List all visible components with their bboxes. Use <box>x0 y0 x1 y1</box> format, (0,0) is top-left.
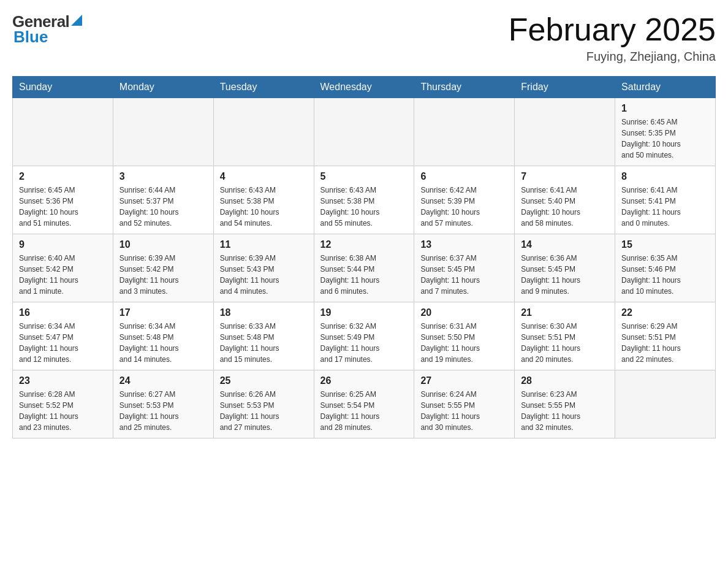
weekday-header-thursday: Thursday <box>414 77 515 98</box>
day-info: Sunrise: 6:32 AM Sunset: 5:49 PM Dayligh… <box>320 321 408 365</box>
day-info: Sunrise: 6:24 AM Sunset: 5:55 PM Dayligh… <box>420 389 508 433</box>
day-info: Sunrise: 6:38 AM Sunset: 5:44 PM Dayligh… <box>320 253 408 297</box>
weekday-header-sunday: Sunday <box>13 77 113 98</box>
calendar-cell: 19Sunrise: 6:32 AM Sunset: 5:49 PM Dayli… <box>314 302 414 370</box>
weekday-header-row: SundayMondayTuesdayWednesdayThursdayFrid… <box>13 77 716 98</box>
calendar-cell: 17Sunrise: 6:34 AM Sunset: 5:48 PM Dayli… <box>113 302 213 370</box>
day-info: Sunrise: 6:43 AM Sunset: 5:38 PM Dayligh… <box>320 185 408 229</box>
day-info: Sunrise: 6:35 AM Sunset: 5:46 PM Dayligh… <box>621 253 709 297</box>
day-number: 26 <box>320 375 408 386</box>
day-number: 18 <box>220 307 308 318</box>
calendar-cell: 25Sunrise: 6:26 AM Sunset: 5:53 PM Dayli… <box>213 370 314 439</box>
day-info: Sunrise: 6:34 AM Sunset: 5:48 PM Dayligh… <box>119 321 207 365</box>
calendar-cell: 2Sunrise: 6:45 AM Sunset: 5:36 PM Daylig… <box>13 166 113 234</box>
day-info: Sunrise: 6:26 AM Sunset: 5:53 PM Dayligh… <box>220 389 308 433</box>
calendar-cell: 1Sunrise: 6:45 AM Sunset: 5:35 PM Daylig… <box>615 98 716 166</box>
day-number: 11 <box>220 239 308 250</box>
calendar-cell: 8Sunrise: 6:41 AM Sunset: 5:41 PM Daylig… <box>615 166 716 234</box>
day-info: Sunrise: 6:39 AM Sunset: 5:43 PM Dayligh… <box>220 253 308 297</box>
day-info: Sunrise: 6:43 AM Sunset: 5:38 PM Dayligh… <box>220 185 308 229</box>
day-number: 15 <box>621 239 709 250</box>
day-number: 2 <box>19 171 107 182</box>
day-number: 1 <box>621 103 709 114</box>
weekday-header-wednesday: Wednesday <box>314 77 414 98</box>
calendar-cell: 13Sunrise: 6:37 AM Sunset: 5:45 PM Dayli… <box>414 234 515 302</box>
day-info: Sunrise: 6:39 AM Sunset: 5:42 PM Dayligh… <box>119 253 207 297</box>
day-number: 17 <box>119 307 207 318</box>
calendar-cell <box>113 98 213 166</box>
day-info: Sunrise: 6:37 AM Sunset: 5:45 PM Dayligh… <box>420 253 508 297</box>
day-info: Sunrise: 6:42 AM Sunset: 5:39 PM Dayligh… <box>420 185 508 229</box>
day-info: Sunrise: 6:40 AM Sunset: 5:42 PM Dayligh… <box>19 253 107 297</box>
calendar-cell <box>13 98 113 166</box>
day-info: Sunrise: 6:33 AM Sunset: 5:48 PM Dayligh… <box>220 321 308 365</box>
calendar-cell: 26Sunrise: 6:25 AM Sunset: 5:54 PM Dayli… <box>314 370 414 439</box>
logo: General Blue <box>12 12 82 47</box>
day-number: 9 <box>19 239 107 250</box>
day-info: Sunrise: 6:29 AM Sunset: 5:51 PM Dayligh… <box>621 321 709 365</box>
calendar-cell: 21Sunrise: 6:30 AM Sunset: 5:51 PM Dayli… <box>515 302 615 370</box>
day-info: Sunrise: 6:27 AM Sunset: 5:53 PM Dayligh… <box>119 389 207 433</box>
calendar-cell: 24Sunrise: 6:27 AM Sunset: 5:53 PM Dayli… <box>113 370 213 439</box>
calendar-cell: 10Sunrise: 6:39 AM Sunset: 5:42 PM Dayli… <box>113 234 213 302</box>
day-number: 13 <box>420 239 508 250</box>
day-number: 6 <box>420 171 508 182</box>
svg-marker-0 <box>71 15 82 26</box>
logo-blue-text: Blue <box>13 28 48 47</box>
calendar-cell: 6Sunrise: 6:42 AM Sunset: 5:39 PM Daylig… <box>414 166 515 234</box>
day-number: 24 <box>119 375 207 386</box>
day-info: Sunrise: 6:30 AM Sunset: 5:51 PM Dayligh… <box>521 321 609 365</box>
calendar-cell: 15Sunrise: 6:35 AM Sunset: 5:46 PM Dayli… <box>615 234 716 302</box>
calendar-cell: 28Sunrise: 6:23 AM Sunset: 5:55 PM Dayli… <box>515 370 615 439</box>
calendar-cell: 20Sunrise: 6:31 AM Sunset: 5:50 PM Dayli… <box>414 302 515 370</box>
calendar-cell: 7Sunrise: 6:41 AM Sunset: 5:40 PM Daylig… <box>515 166 615 234</box>
day-info: Sunrise: 6:34 AM Sunset: 5:47 PM Dayligh… <box>19 321 107 365</box>
day-number: 25 <box>220 375 308 386</box>
calendar-cell: 27Sunrise: 6:24 AM Sunset: 5:55 PM Dayli… <box>414 370 515 439</box>
calendar-cell: 14Sunrise: 6:36 AM Sunset: 5:45 PM Dayli… <box>515 234 615 302</box>
week-row-1: 1Sunrise: 6:45 AM Sunset: 5:35 PM Daylig… <box>13 98 716 166</box>
day-info: Sunrise: 6:45 AM Sunset: 5:36 PM Dayligh… <box>19 185 107 229</box>
day-info: Sunrise: 6:41 AM Sunset: 5:40 PM Dayligh… <box>521 185 609 229</box>
day-info: Sunrise: 6:28 AM Sunset: 5:52 PM Dayligh… <box>19 389 107 433</box>
day-number: 19 <box>320 307 408 318</box>
calendar-cell: 5Sunrise: 6:43 AM Sunset: 5:38 PM Daylig… <box>314 166 414 234</box>
calendar-cell: 4Sunrise: 6:43 AM Sunset: 5:38 PM Daylig… <box>213 166 314 234</box>
weekday-header-monday: Monday <box>113 77 213 98</box>
day-info: Sunrise: 6:36 AM Sunset: 5:45 PM Dayligh… <box>521 253 609 297</box>
day-number: 3 <box>119 171 207 182</box>
page-header: General Blue February 2025 Fuying, Zheji… <box>12 12 716 64</box>
calendar-cell <box>615 370 716 439</box>
calendar-cell <box>314 98 414 166</box>
calendar-table: SundayMondayTuesdayWednesdayThursdayFrid… <box>12 76 716 439</box>
day-info: Sunrise: 6:23 AM Sunset: 5:55 PM Dayligh… <box>521 389 609 433</box>
calendar-cell: 18Sunrise: 6:33 AM Sunset: 5:48 PM Dayli… <box>213 302 314 370</box>
day-info: Sunrise: 6:44 AM Sunset: 5:37 PM Dayligh… <box>119 185 207 229</box>
calendar-cell <box>515 98 615 166</box>
day-info: Sunrise: 6:45 AM Sunset: 5:35 PM Dayligh… <box>621 117 709 161</box>
week-row-3: 9Sunrise: 6:40 AM Sunset: 5:42 PM Daylig… <box>13 234 716 302</box>
calendar-cell: 12Sunrise: 6:38 AM Sunset: 5:44 PM Dayli… <box>314 234 414 302</box>
day-number: 20 <box>420 307 508 318</box>
month-title: February 2025 <box>509 12 716 47</box>
weekday-header-tuesday: Tuesday <box>213 77 314 98</box>
location-label: Fuying, Zhejiang, China <box>509 50 716 64</box>
week-row-2: 2Sunrise: 6:45 AM Sunset: 5:36 PM Daylig… <box>13 166 716 234</box>
calendar-cell <box>414 98 515 166</box>
day-number: 12 <box>320 239 408 250</box>
calendar-cell: 9Sunrise: 6:40 AM Sunset: 5:42 PM Daylig… <box>13 234 113 302</box>
day-info: Sunrise: 6:31 AM Sunset: 5:50 PM Dayligh… <box>420 321 508 365</box>
week-row-5: 23Sunrise: 6:28 AM Sunset: 5:52 PM Dayli… <box>13 370 716 439</box>
calendar-cell: 23Sunrise: 6:28 AM Sunset: 5:52 PM Dayli… <box>13 370 113 439</box>
calendar-cell: 22Sunrise: 6:29 AM Sunset: 5:51 PM Dayli… <box>615 302 716 370</box>
calendar-cell: 11Sunrise: 6:39 AM Sunset: 5:43 PM Dayli… <box>213 234 314 302</box>
day-number: 5 <box>320 171 408 182</box>
day-number: 21 <box>521 307 609 318</box>
day-info: Sunrise: 6:41 AM Sunset: 5:41 PM Dayligh… <box>621 185 709 229</box>
day-info: Sunrise: 6:25 AM Sunset: 5:54 PM Dayligh… <box>320 389 408 433</box>
day-number: 7 <box>521 171 609 182</box>
calendar-cell: 16Sunrise: 6:34 AM Sunset: 5:47 PM Dayli… <box>13 302 113 370</box>
weekday-header-saturday: Saturday <box>615 77 716 98</box>
week-row-4: 16Sunrise: 6:34 AM Sunset: 5:47 PM Dayli… <box>13 302 716 370</box>
day-number: 8 <box>621 171 709 182</box>
